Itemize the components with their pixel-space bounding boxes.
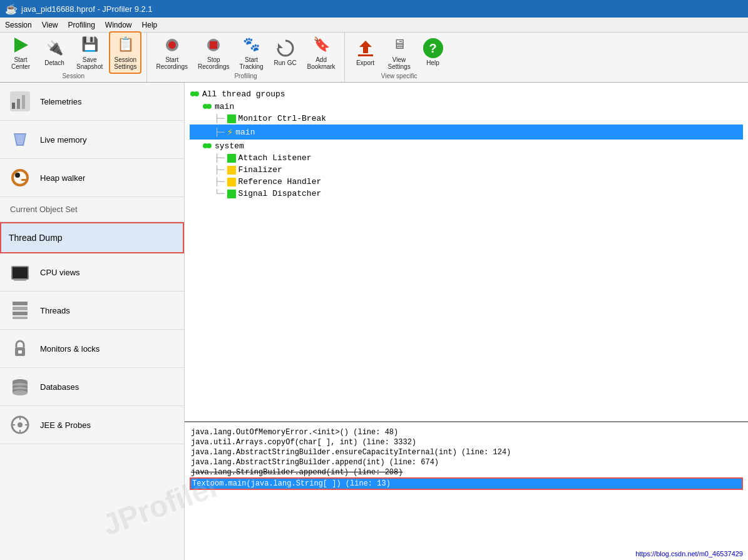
svg-rect-4 (210, 41, 217, 49)
svg-rect-17 (21, 179, 26, 181)
sidebar-item-thread-dump[interactable]: Thread Dump (0, 222, 184, 253)
toolbar-group-session: StartCenter 🔌 Detach 💾 SaveSnapshot 📋 Se… (0, 33, 147, 82)
title-bar: ☕ java_pid16688.hprof - JProfiler 9.2.1 (0, 0, 748, 18)
main-group-icon (202, 101, 215, 111)
lightning-icon: ⚡ (227, 126, 233, 138)
stack-line-1-text: java.lang.OutOfMemoryError.<init>() (lin… (191, 428, 398, 437)
sidebar-item-jee-probes[interactable]: JEE & Probes (0, 406, 184, 444)
profiling-group-label: Profiling (147, 73, 344, 79)
signal-dispatcher-icon (227, 190, 236, 198)
tree-row-monitor-ctrl-break[interactable]: ├─ Monitor Ctrl-Break (190, 113, 743, 125)
start-recordings-button[interactable]: StartRecordings (152, 33, 192, 73)
attach-listener-icon (227, 154, 236, 163)
thread-dump-label: Thread Dump (9, 233, 63, 243)
svg-rect-22 (13, 307, 28, 310)
telemetries-label: Telemetries (40, 97, 81, 106)
monitor-ctrl-break-icon (227, 115, 236, 123)
svg-rect-7 (358, 54, 373, 56)
reference-handler-label: Reference Handler (238, 177, 322, 186)
save-snapshot-button[interactable]: 💾 SaveSnapshot (73, 33, 106, 73)
cpu-views-icon (8, 260, 33, 285)
sidebar-item-cpu-views[interactable]: CPU views (0, 253, 184, 292)
stack-line-2[interactable]: java.util.Arrays.copyOf(char[ ], int) (l… (190, 437, 743, 447)
thread-tree: All thread groups main ├─ Monitor Ctrl-B… (185, 83, 748, 422)
all-thread-groups-label: All thread groups (202, 89, 285, 99)
menu-profiling[interactable]: Profiling (68, 21, 95, 29)
svg-rect-23 (13, 312, 28, 315)
tree-row-signal-dispatcher[interactable]: └─ Signal Dispatcher (190, 188, 743, 200)
svg-marker-6 (359, 41, 372, 53)
session-group-label: Session (0, 73, 146, 79)
tree-row-finalizer[interactable]: ├─ Finalizer (190, 164, 743, 176)
telemetries-icon (8, 89, 33, 114)
run-gc-button[interactable]: Run GC (270, 36, 301, 69)
sidebar-item-current-object-set[interactable]: Current Object Set (0, 197, 184, 222)
start-center-button[interactable]: StartCenter (5, 33, 36, 73)
heap-walker-label: Heap walker (40, 173, 85, 183)
menu-view[interactable]: View (42, 21, 58, 29)
stack-line-5[interactable]: java.lang.StringBuilder.append(int) (lin… (190, 467, 743, 477)
svg-rect-20 (14, 280, 26, 281)
menu-window[interactable]: Window (105, 21, 132, 29)
menu-session[interactable]: Session (5, 21, 32, 29)
stack-line-1[interactable]: java.lang.OutOfMemoryError.<init>() (lin… (190, 427, 743, 437)
svg-point-16 (15, 173, 20, 178)
help-button[interactable]: ? Help (418, 36, 449, 69)
monitor-ctrl-break-label: Monitor Ctrl-Break (238, 114, 326, 123)
add-bookmark-button[interactable]: 🔖 AddBookmark (304, 33, 339, 73)
view-settings-button[interactable]: 🖥 ViewSettings (384, 33, 415, 73)
toolbar-group-profiling: StartRecordings StopRecordings 🐾 StartTr… (147, 33, 344, 82)
databases-icon (8, 374, 33, 399)
toolbar: StartCenter 🔌 Detach 💾 SaveSnapshot 📋 Se… (0, 33, 748, 83)
menu-help[interactable]: Help (142, 21, 158, 29)
stop-recordings-button[interactable]: StopRecordings (194, 33, 233, 73)
tree-row-main-thread[interactable]: ├─ ⚡ main (190, 125, 743, 140)
sidebar-item-databases[interactable]: Databases (0, 368, 184, 406)
monitors-locks-icon (8, 336, 33, 361)
stack-line-6-text: Textoom.main(java.lang.String[ ]) (line:… (192, 479, 391, 488)
databases-label: Databases (40, 382, 79, 392)
threads-label: Threads (40, 306, 70, 315)
svg-point-15 (14, 171, 26, 184)
tree-row-reference-handler[interactable]: ├─ Reference Handler (190, 176, 743, 188)
tree-row-system-group[interactable]: system (190, 140, 743, 152)
system-group-label: system (215, 141, 244, 151)
svg-rect-21 (13, 302, 28, 305)
sidebar-item-telemetries[interactable]: Telemetries (0, 83, 184, 121)
bottom-link: https://blog.csdn.net/m0_46537429 (635, 550, 743, 557)
threads-icon (8, 298, 33, 323)
app-icon: ☕ (5, 3, 18, 15)
tree-row-attach-listener[interactable]: ├─ Attach Listener (190, 152, 743, 164)
session-settings-button[interactable]: 📋 SessionSettings (109, 31, 141, 74)
stack-line-6[interactable]: Textoom.main(java.lang.String[ ]) (line:… (190, 477, 743, 490)
content-area: All thread groups main ├─ Monitor Ctrl-B… (185, 83, 748, 560)
stack-trace: java.lang.OutOfMemoryError.<init>() (lin… (185, 422, 748, 560)
sidebar-item-live-memory[interactable]: Live memory (0, 121, 184, 159)
svg-point-33 (13, 390, 28, 395)
cpu-views-label: CPU views (40, 268, 80, 277)
heap-walker-icon (8, 165, 33, 190)
start-tracking-button[interactable]: 🐾 StartTracking (236, 33, 267, 73)
tree-row-all-thread-groups[interactable]: All thread groups (190, 88, 743, 100)
detach-button[interactable]: 🔌 Detach (39, 36, 70, 69)
live-memory-label: Live memory (40, 135, 86, 145)
stack-line-4[interactable]: java.lang.AbstractStringBuilder.append(i… (190, 457, 743, 467)
sidebar-item-threads[interactable]: Threads (0, 292, 184, 330)
menu-bar: Session View Profiling Window Help (0, 18, 748, 33)
svg-point-41 (194, 91, 199, 96)
svg-rect-10 (17, 99, 20, 109)
sidebar-item-heap-walker[interactable]: Heap walker (0, 159, 184, 197)
main-group-label: main (215, 102, 234, 111)
svg-point-2 (168, 41, 176, 49)
tree-row-main-group[interactable]: main (190, 100, 743, 113)
svg-rect-26 (18, 350, 22, 354)
attach-listener-label: Attach Listener (238, 153, 312, 163)
current-object-set-label: Current Object Set (10, 205, 78, 214)
stack-line-5-text: java.lang.StringBuilder.append(int) (lin… (191, 468, 402, 477)
toolbar-group-view: Export 🖥 ViewSettings ? Help View specif… (345, 33, 454, 82)
svg-point-39 (18, 422, 23, 427)
svg-marker-5 (278, 43, 283, 48)
sidebar-item-monitors-locks[interactable]: Monitors & locks (0, 330, 184, 368)
stack-line-3[interactable]: java.lang.AbstractStringBuilder.ensureCa… (190, 447, 743, 457)
export-button[interactable]: Export (350, 36, 381, 69)
